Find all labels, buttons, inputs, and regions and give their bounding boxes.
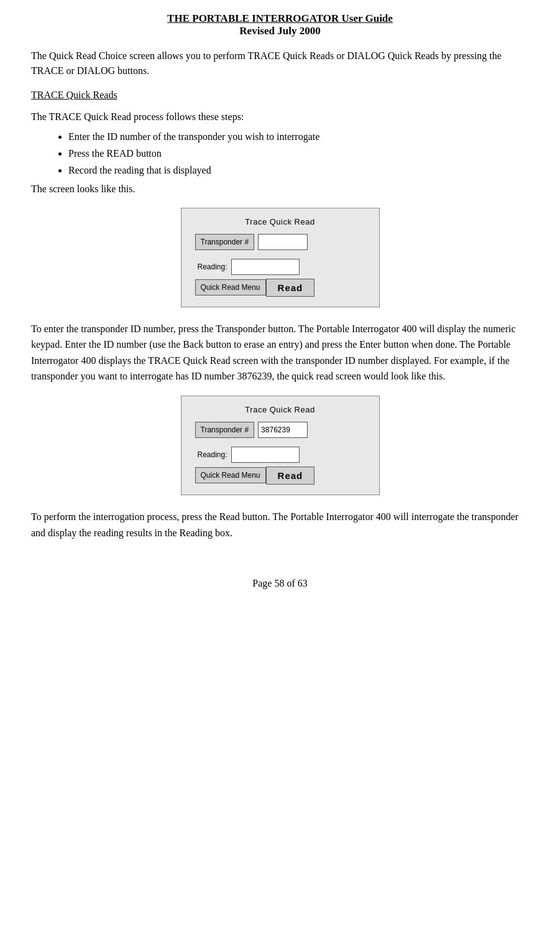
mid-description: To enter the transponder ID number, pres… — [31, 321, 529, 384]
device-screen-2: Trace Quick Read Transponder # 3876239 R… — [181, 396, 380, 495]
transponder-row-1: Transponder # — [195, 234, 365, 250]
page-footer: Page 58 of 63 — [31, 578, 529, 589]
steps-list: Enter the ID number of the transponder y… — [68, 128, 529, 179]
transponder-button-1[interactable]: Transponder # — [195, 234, 255, 250]
end-description: To perform the interrogation process, pr… — [31, 509, 529, 541]
header-title: THE PORTABLE INTERROGATOR User Guide — [31, 12, 529, 25]
reading-row-2: Reading: — [198, 447, 365, 463]
intro-paragraph: The Quick Read Choice screen allows you … — [31, 49, 529, 78]
read-button-2[interactable]: Read — [266, 467, 315, 485]
transponder-value-2: 3876239 — [261, 425, 290, 434]
screen1-container: Trace Quick Read Transponder # Reading: … — [31, 208, 529, 307]
reading-label-2: Reading: — [198, 450, 227, 459]
footer-text: Page 58 of 63 — [252, 578, 307, 588]
screen1-title: Trace Quick Read — [195, 217, 365, 226]
section-heading: TRACE Quick Reads — [31, 90, 529, 101]
reading-box-1 — [231, 259, 300, 275]
read-button-1[interactable]: Read — [266, 279, 315, 297]
quick-read-menu-button-2[interactable]: Quick Read Menu — [195, 467, 266, 483]
device-screen-1: Trace Quick Read Transponder # Reading: … — [181, 208, 380, 307]
screen-looks-text: The screen looks like this. — [31, 182, 529, 197]
header-subtitle: Revised July 2000 — [31, 25, 529, 37]
action-row-1: Quick Read Menu Read — [195, 279, 365, 297]
reading-label-1: Reading: — [198, 263, 227, 271]
screen2-container: Trace Quick Read Transponder # 3876239 R… — [31, 396, 529, 495]
transponder-input-2[interactable]: 3876239 — [258, 422, 308, 438]
quick-read-menu-button-1[interactable]: Quick Read Menu — [195, 279, 266, 295]
steps-intro: The TRACE Quick Read process follows the… — [31, 109, 529, 124]
action-row-2: Quick Read Menu Read — [195, 467, 365, 485]
transponder-row-2: Transponder # 3876239 — [195, 422, 365, 438]
list-item: Press the READ button — [68, 145, 529, 162]
page-header: THE PORTABLE INTERROGATOR User Guide Rev… — [31, 12, 529, 37]
reading-box-2 — [231, 447, 300, 463]
screen2-title: Trace Quick Read — [195, 405, 365, 414]
list-item: Enter the ID number of the transponder y… — [68, 128, 529, 145]
reading-row-1: Reading: — [198, 259, 365, 275]
transponder-button-2[interactable]: Transponder # — [195, 422, 255, 438]
list-item: Record the reading that is displayed — [68, 162, 529, 179]
transponder-input-1[interactable] — [258, 234, 308, 250]
